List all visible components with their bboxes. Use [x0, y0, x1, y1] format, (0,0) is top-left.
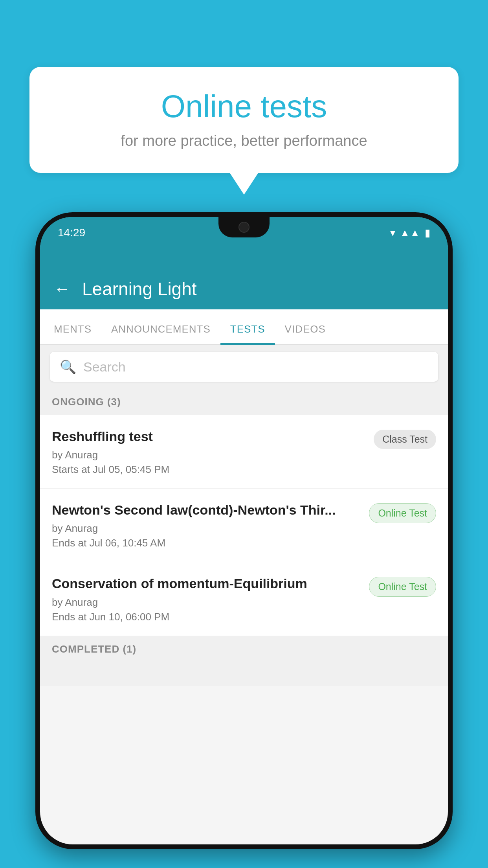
test-list: Reshuffling test by Anurag Starts at Jul…: [40, 415, 448, 636]
completed-section-header: COMPLETED (1): [40, 636, 448, 662]
phone-wrapper: 14:29 ▾ ▲▲ ▮ ← Learning Light MENTS ANNO: [35, 212, 453, 868]
test-by-2: by Anurag: [52, 522, 361, 535]
speech-bubble: Online tests for more practice, better p…: [29, 67, 459, 173]
tab-videos[interactable]: VIDEOS: [275, 323, 336, 345]
tabs-bar: MENTS ANNOUNCEMENTS TESTS VIDEOS: [40, 309, 448, 345]
battery-icon: ▮: [425, 227, 430, 239]
test-time-1: Starts at Jul 05, 05:45 PM: [52, 463, 366, 476]
tab-tests[interactable]: TESTS: [220, 323, 275, 345]
test-item-2[interactable]: Newton's Second law(contd)-Newton's Thir…: [40, 489, 448, 562]
test-badge-2: Online Test: [369, 503, 436, 523]
test-info-3: Conservation of momentum-Equilibrium by …: [52, 575, 369, 623]
test-info-1: Reshuffling test by Anurag Starts at Jul…: [52, 428, 374, 476]
test-badge-1: Class Test: [374, 430, 436, 449]
search-placeholder: Search: [83, 359, 126, 375]
test-item-3[interactable]: Conservation of momentum-Equilibrium by …: [40, 562, 448, 636]
bubble-title: Online tests: [53, 88, 435, 125]
search-icon: 🔍: [60, 359, 76, 375]
bubble-subtitle: for more practice, better performance: [53, 132, 435, 149]
phone-outer: 14:29 ▾ ▲▲ ▮ ← Learning Light MENTS ANNO: [35, 212, 453, 849]
bottom-partial: [40, 662, 448, 686]
test-info-2: Newton's Second law(contd)-Newton's Thir…: [52, 501, 369, 549]
signal-icon: ▲▲: [400, 227, 420, 239]
phone-notch: [218, 217, 270, 237]
test-by-1: by Anurag: [52, 449, 366, 461]
phone-screen: ← Learning Light MENTS ANNOUNCEMENTS TES…: [40, 217, 448, 844]
status-time: 14:29: [58, 226, 85, 239]
status-icons: ▾ ▲▲ ▮: [390, 227, 430, 239]
tab-announcements[interactable]: ANNOUNCEMENTS: [101, 323, 220, 345]
test-name-1: Reshuffling test: [52, 428, 366, 445]
header-content: ← Learning Light: [54, 278, 197, 302]
app-header: ← Learning Light: [40, 248, 448, 309]
test-time-2: Ends at Jul 06, 10:45 AM: [52, 537, 361, 549]
test-by-3: by Anurag: [52, 596, 361, 609]
ongoing-section-header: ONGOING (3): [40, 389, 448, 415]
search-container: 🔍 Search: [40, 345, 448, 389]
search-input-wrap[interactable]: 🔍 Search: [50, 352, 438, 382]
app-title: Learning Light: [82, 278, 197, 300]
test-time-3: Ends at Jun 10, 06:00 PM: [52, 611, 361, 623]
test-name-2: Newton's Second law(contd)-Newton's Thir…: [52, 501, 361, 519]
wifi-icon: ▾: [390, 227, 395, 239]
back-button[interactable]: ←: [54, 280, 70, 298]
test-item-1[interactable]: Reshuffling test by Anurag Starts at Jul…: [40, 415, 448, 489]
test-name-3: Conservation of momentum-Equilibrium: [52, 575, 361, 592]
camera-dot: [238, 222, 250, 233]
test-badge-3: Online Test: [369, 577, 436, 597]
tab-ments[interactable]: MENTS: [44, 323, 101, 345]
